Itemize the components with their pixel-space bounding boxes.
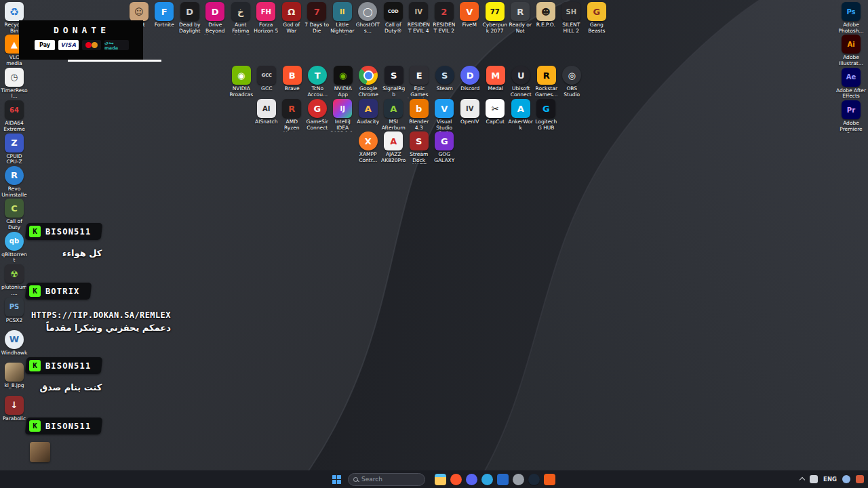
desktop-icon-label: NVIDIA Broadcast bbox=[229, 86, 254, 98]
desktop-icon-call-of-duty[interactable]: CODCall of Duty® bbox=[380, 2, 406, 35]
desktop-icon-vlc[interactable]: ▲VLC media play... bbox=[1, 35, 28, 67]
desktop-icon-nvidia-app[interactable]: ◉NVIDIA App bbox=[330, 66, 356, 98]
desktop-icon-ghost-of-tsushima[interactable]: ◯GhostOfTs... bbox=[355, 2, 381, 35]
desktop-icon-vscode[interactable]: VVisual Studio Code bbox=[432, 99, 458, 131]
desktop-icon-god-of-war[interactable]: ΩGod of War bbox=[279, 2, 304, 35]
tray-app-icon[interactable] bbox=[810, 475, 818, 483]
desktop-icon-resident-evil-2[interactable]: 2RESIDENT EVIL 2 bbox=[431, 2, 457, 35]
taskbar-microsoft-store-button[interactable] bbox=[495, 472, 510, 487]
taskbar-center bbox=[328, 470, 557, 488]
desktop-icon-aunt-fatima[interactable]: خAunt Fatima خالة فاطمة - bbox=[228, 2, 254, 35]
pcsx2-icon: PS bbox=[5, 298, 24, 317]
nvidia-broadcast-icon: ◉ bbox=[232, 66, 251, 85]
desktop-icon-blender[interactable]: bBlender 4.3 bbox=[406, 99, 432, 131]
desktop-icon-kl-8-jpg[interactable]: kl_8.jpg bbox=[1, 363, 28, 395]
desktop-icon-plutonium[interactable]: ☢plutonium.... bbox=[1, 264, 28, 297]
desktop-icon-capcut[interactable]: ✂CapCut bbox=[483, 99, 509, 131]
desktop-icon-pcsx2[interactable]: PSPCSX2 bbox=[1, 298, 28, 330]
desktop-icon-parabolic[interactable]: ↓Parabolic bbox=[1, 396, 28, 428]
desktop-icon-label: R.E.P.O. bbox=[533, 22, 559, 28]
desktop-icon-discord[interactable]: DDiscord bbox=[458, 66, 484, 98]
desktop-icon-silent-hill-2[interactable]: SHSILENT HILL 2 bbox=[559, 2, 585, 35]
desktop-icon-label: Ready or Not bbox=[508, 22, 534, 34]
desktop-icon-game-yet[interactable]: ☺e Yet bbox=[126, 2, 152, 35]
start-button[interactable] bbox=[328, 472, 344, 487]
desktop-icon-steam[interactable]: SSteam bbox=[432, 66, 458, 98]
taskbar-file-explorer-button[interactable] bbox=[433, 472, 448, 487]
desktop-icon-msi-afterburner[interactable]: AMSI Afterburner bbox=[381, 99, 407, 131]
desktop-icon-label: Dead by Daylight bbox=[177, 22, 203, 34]
desktop-icon-premiere-pro[interactable]: PrAdobe Premiere Pro bbox=[835, 100, 867, 133]
desktop-icon-cyberpunk-2077[interactable]: 77Cyberpunk 2077 bbox=[482, 2, 508, 35]
desktop-icon-after-effects[interactable]: AeAdobe After Effects bbox=[835, 68, 867, 100]
desktop-icon-ghub[interactable]: GLogitech G HUB bbox=[534, 99, 559, 131]
desktop-icons-right-column: PsAdobe Photosh...AiAdobe Illustrat...Ae… bbox=[835, 2, 867, 134]
taskbar-steam-button[interactable] bbox=[526, 472, 541, 487]
desktop-icon-revo-uninstaller[interactable]: RRevo Uninstaller bbox=[1, 166, 28, 199]
desktop-icon-rockstar[interactable]: RRockstar Games... bbox=[534, 66, 559, 98]
taskbar-fivem-button[interactable] bbox=[542, 472, 557, 487]
windhawk-icon: W bbox=[5, 330, 24, 349]
desktop-icon-obs-studio[interactable]: ◎OBS Studio bbox=[559, 66, 585, 98]
desktop-icon-gog-galaxy[interactable]: GGOG GALAXY bbox=[432, 131, 458, 164]
desktop-icon-nvidia-broadcast[interactable]: ◉NVIDIA Broadcast bbox=[229, 66, 254, 98]
desktop: ♻Recycle Bin▲VLC media play...◷TimerReso… bbox=[0, 0, 868, 488]
desktop-icon-epic-games[interactable]: EEpic Games Launcher bbox=[407, 66, 433, 98]
desktop-icon-google-chrome[interactable]: Google Chrome bbox=[356, 66, 382, 98]
desktop-icon-label: Adobe Photosh... bbox=[835, 22, 867, 34]
desktop-icon-repo[interactable]: ☻R.E.P.O. bbox=[533, 2, 559, 35]
desktop-icon-fivem[interactable]: VFiveM bbox=[457, 2, 483, 35]
desktop-icon-photoshop[interactable]: PsAdobe Photosh... bbox=[835, 2, 867, 35]
hidden-icons-chevron-icon[interactable] bbox=[800, 477, 805, 483]
file-explorer-icon bbox=[435, 474, 446, 485]
desktop-icon-label: Revo Uninstaller bbox=[1, 186, 28, 199]
desktop-icon-medal[interactable]: MMedal bbox=[483, 66, 509, 98]
desktop-icon-drive-beyond-horizons[interactable]: DDrive Beyond Horizons bbox=[203, 2, 229, 35]
volume-icon[interactable] bbox=[856, 475, 864, 483]
desktop-icon-brave[interactable]: BBrave bbox=[279, 66, 305, 98]
taskbar-telegram-button[interactable] bbox=[479, 472, 494, 487]
desktop-icon-forza-horizon-5[interactable]: FHForza Horizon 5 bbox=[254, 2, 279, 35]
desktop-icon-resident-evil-4[interactable]: IVRESIDENT EVIL 4 bbox=[406, 2, 432, 35]
desktop-icon-ankerwork[interactable]: AAnkerWork bbox=[508, 99, 534, 131]
desktop-icon-gcc[interactable]: GCCGCC bbox=[254, 66, 280, 98]
desktop-icon-cpu-z[interactable]: ZCPUID CPU-Z bbox=[1, 134, 28, 166]
desktop-icon-xampp[interactable]: XXAMPP Contr... bbox=[355, 131, 381, 164]
desktop-icon-signalrgb[interactable]: SSignalRgb bbox=[381, 66, 407, 98]
desktop-icon-fortnite[interactable]: FFortnite bbox=[152, 2, 178, 35]
taskbar: ENG bbox=[0, 470, 868, 488]
desktop-icon-dead-by-daylight[interactable]: DDead by Daylight bbox=[177, 2, 203, 35]
network-icon[interactable] bbox=[842, 475, 850, 483]
desktop-icon-ready-or-not[interactable]: RReady or Not bbox=[508, 2, 534, 35]
gog-galaxy-icon: G bbox=[435, 131, 454, 150]
desktop-icon-gamesir[interactable]: GGameSir Connect bbox=[304, 99, 330, 131]
desktop-icon-openiv[interactable]: IVOpenIV bbox=[457, 99, 483, 131]
desktop-icon-stream-dock[interactable]: SStream Dock AJAZZ bbox=[406, 131, 432, 164]
desktop-icon-label: RESIDENT EVIL 2 bbox=[431, 22, 457, 34]
desktop-icon-intellij[interactable]: IJIntelliJ IDEA 2025.1.1.1 bbox=[330, 99, 356, 131]
desktop-icon-recycle-bin[interactable]: ♻Recycle Bin bbox=[1, 2, 28, 35]
desktop-icon-timer-resolution[interactable]: ◷TimerResol... bbox=[1, 68, 28, 100]
taskbar-discord-button[interactable] bbox=[464, 472, 479, 487]
search-input[interactable] bbox=[361, 476, 418, 483]
desktop-icon-tcno[interactable]: TTcNo Accou... bbox=[305, 66, 331, 98]
taskbar-settings-button[interactable] bbox=[511, 472, 526, 487]
desktop-icon-illustrator[interactable]: AiAdobe Illustrat... bbox=[835, 35, 867, 67]
recycle-bin-icon: ♻ bbox=[5, 2, 24, 21]
desktop-icon-ryzen-master[interactable]: RAMD Ryzen Master bbox=[279, 99, 305, 131]
taskbar-search[interactable] bbox=[348, 473, 425, 486]
desktop-icon-ubisoft-connect[interactable]: UUbisoft Connect bbox=[509, 66, 534, 98]
language-indicator[interactable]: ENG bbox=[823, 476, 837, 483]
desktop-icon-audacity[interactable]: AAudacity bbox=[355, 99, 381, 131]
desktop-icon-little-nightmares-2[interactable]: IILittle Nightmares II bbox=[330, 2, 355, 35]
desktop-icon-ajazz-ak820[interactable]: AAJAZZ AK820Pro bbox=[381, 131, 407, 164]
desktop-icon-qbittorrent[interactable]: qbqBittorrent bbox=[1, 232, 28, 264]
desktop-icon-gang-beasts[interactable]: GGang Beasts bbox=[584, 2, 610, 35]
desktop-icon-aida64[interactable]: 64AIDA64 Extreme bbox=[1, 100, 28, 133]
taskbar-brave-button[interactable] bbox=[448, 472, 463, 487]
desktop-icon-aisnatch[interactable]: AIAISnatch bbox=[254, 99, 279, 131]
desktop-icon-7-days-to-die[interactable]: 77 Days to Die bbox=[304, 2, 330, 35]
desktop-icon-cod-modern-warfare[interactable]: CCall of Duty Modern... bbox=[1, 199, 28, 231]
game-yet-icon: ☺ bbox=[130, 2, 149, 21]
desktop-icon-windhawk[interactable]: WWindhawk bbox=[1, 330, 28, 363]
